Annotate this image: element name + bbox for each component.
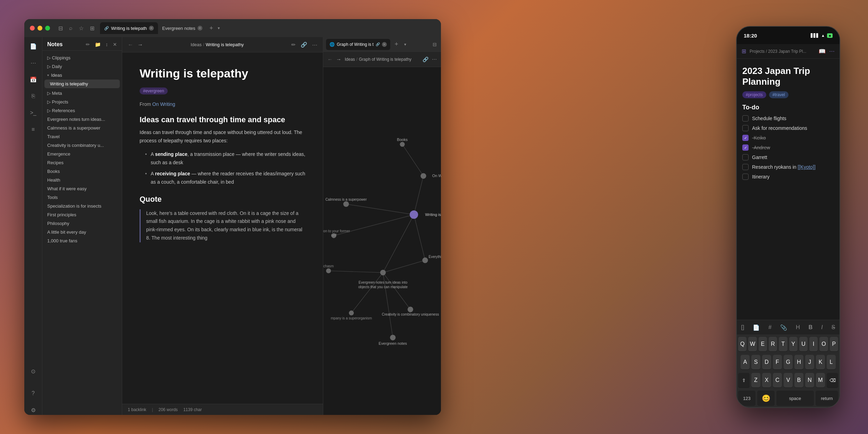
key-X[interactable]: X xyxy=(762,373,771,387)
note-item-specialization[interactable]: Specialization is for insects xyxy=(42,202,122,210)
key-O[interactable]: O xyxy=(819,337,828,351)
note-item-meta[interactable]: ▷ Meta xyxy=(42,89,122,98)
heading-icon[interactable]: H xyxy=(796,324,800,331)
key-Y[interactable]: Y xyxy=(789,337,798,351)
key-H[interactable]: H xyxy=(794,355,803,369)
note-item-travel[interactable]: Travel xyxy=(42,132,122,141)
key-I[interactable]: I xyxy=(809,337,818,351)
edit-icon[interactable]: ✏ xyxy=(291,42,296,48)
tag-icon[interactable]: # xyxy=(768,324,771,331)
italic-icon[interactable]: I xyxy=(821,324,823,331)
key-B[interactable]: B xyxy=(794,373,803,387)
close-button[interactable] xyxy=(30,26,35,31)
copy-icon[interactable]: ⎘ xyxy=(28,91,38,101)
key-L[interactable]: L xyxy=(827,355,836,369)
todo-checkbox-andrew[interactable] xyxy=(742,144,749,151)
sort-icon[interactable]: ↕ xyxy=(106,42,108,47)
iphone-more-icon[interactable]: ⋯ xyxy=(829,48,835,55)
note-item-projects[interactable]: ▷ Projects xyxy=(42,98,122,106)
todo-checkbox-ryokans[interactable] xyxy=(742,164,749,170)
minimize-button[interactable] xyxy=(37,26,42,31)
settings-icon[interactable]: ⚙ xyxy=(28,405,38,415)
key-shift[interactable]: ⇧ xyxy=(738,373,750,387)
camera-icon[interactable]: ⊙ xyxy=(28,366,38,376)
forward-icon[interactable]: → xyxy=(137,42,143,48)
key-K[interactable]: K xyxy=(816,355,825,369)
folder-icon[interactable]: ⊟ xyxy=(58,25,63,32)
graph-tab-active[interactable]: 🌐 Graph of Writing is t 🔗 ✕ xyxy=(326,39,390,50)
on-writing-link[interactable]: On Writing xyxy=(152,101,175,107)
graph-more-icon[interactable]: ⋯ xyxy=(432,57,437,62)
note-item-references[interactable]: ▷ References xyxy=(42,106,122,115)
note-item-books[interactable]: Books xyxy=(42,167,122,176)
key-C[interactable]: C xyxy=(773,373,782,387)
help-icon[interactable]: ? xyxy=(28,389,38,398)
todo-checkbox-recs[interactable] xyxy=(742,125,749,131)
note-item-clippings[interactable]: ▷ Clippings xyxy=(42,53,122,62)
graph-back-icon[interactable]: ← xyxy=(327,56,333,62)
tag-projects[interactable]: #projects xyxy=(742,91,766,98)
backlinks-count[interactable]: 1 backlink xyxy=(128,407,146,412)
key-space[interactable]: space xyxy=(776,391,814,406)
key-Q[interactable]: Q xyxy=(738,337,746,351)
note-item-first-principles[interactable]: First principles xyxy=(42,210,122,219)
key-F[interactable]: F xyxy=(773,355,782,369)
tab-close-writing[interactable]: ✕ xyxy=(149,26,154,31)
key-emoji[interactable]: 😊 xyxy=(757,391,775,406)
note-item-emergence[interactable]: Emergence xyxy=(42,150,122,158)
note-item-whatif[interactable]: What if it were easy xyxy=(42,184,122,193)
key-S[interactable]: S xyxy=(751,355,760,369)
key-E[interactable]: E xyxy=(759,337,767,351)
tabs-chevron[interactable]: ▾ xyxy=(218,26,220,31)
sidebar-toggle-icon[interactable]: ⊞ xyxy=(90,25,94,32)
key-A[interactable]: A xyxy=(741,355,750,369)
todo-checkbox-schedule[interactable] xyxy=(742,115,749,122)
graph-tab-close[interactable]: ✕ xyxy=(382,42,387,47)
iphone-book-icon[interactable]: 📖 xyxy=(819,48,826,55)
todo-checkbox-keiko[interactable] xyxy=(742,135,749,141)
graph-icon[interactable]: ⋯ xyxy=(28,58,38,68)
note-item-daily[interactable]: ▷ Daily xyxy=(42,62,122,71)
key-W[interactable]: W xyxy=(748,337,757,351)
add-graph-tab[interactable]: + xyxy=(392,40,401,49)
more-options-icon[interactable]: ⋯ xyxy=(312,42,317,48)
graph-link-action-icon[interactable]: 🔗 xyxy=(423,57,428,62)
notes-icon[interactable]: 📄 xyxy=(28,41,38,51)
key-T[interactable]: T xyxy=(779,337,787,351)
paperclip-icon[interactable]: 📎 xyxy=(780,324,787,331)
key-return[interactable]: return xyxy=(816,391,838,406)
tab-close-evergreen[interactable]: ✕ xyxy=(198,26,202,31)
key-J[interactable]: J xyxy=(805,355,814,369)
split-view-icon[interactable]: ⊟ xyxy=(433,42,437,47)
strikethrough-icon[interactable]: S xyxy=(832,324,835,331)
note-item-1000-fans[interactable]: 1,000 true fans xyxy=(42,236,122,245)
search-icon[interactable]: ⌕ xyxy=(69,25,73,31)
key-G[interactable]: G xyxy=(784,355,793,369)
share-link-icon[interactable]: 🔗 xyxy=(301,42,307,48)
note-item-little-bit[interactable]: A little bit every day xyxy=(42,228,122,236)
star-icon[interactable]: ☆ xyxy=(79,25,84,32)
note-item-writing-telepathy[interactable]: Writing is telepathy xyxy=(44,80,120,88)
note-item-creativity[interactable]: Creativity is combinatory u... xyxy=(42,141,122,150)
back-icon[interactable]: ← xyxy=(128,42,133,48)
graph-forward-icon[interactable]: → xyxy=(336,56,341,62)
iphone-sidebar-icon[interactable]: ⊞ xyxy=(742,48,746,55)
note-group-ideas-header[interactable]: ▾ Ideas xyxy=(42,71,122,80)
list-icon[interactable]: ≡ xyxy=(28,125,38,134)
tab-evergreen[interactable]: Evergreen notes ✕ xyxy=(158,22,206,34)
key-123[interactable]: 123 xyxy=(738,391,756,406)
add-tab-button[interactable]: + xyxy=(207,23,216,33)
key-N[interactable]: N xyxy=(805,373,814,387)
key-Z[interactable]: Z xyxy=(751,373,760,387)
note-item-health[interactable]: Health xyxy=(42,176,122,184)
editor-content[interactable]: Writing is telepathy #evergreen From On … xyxy=(122,52,323,404)
note-item-philosophy[interactable]: Philosophy xyxy=(42,219,122,228)
todo-checkbox-garrett[interactable] xyxy=(742,154,749,160)
graph-tabs-chevron[interactable]: ▾ xyxy=(404,42,406,47)
key-R[interactable]: R xyxy=(769,337,777,351)
breadcrumb-parent[interactable]: Ideas xyxy=(191,42,202,47)
key-P[interactable]: P xyxy=(830,337,838,351)
calendar-icon[interactable]: 📅 xyxy=(28,75,38,84)
key-U[interactable]: U xyxy=(799,337,808,351)
note-item-calmness[interactable]: Calmness is a superpower xyxy=(42,124,122,132)
